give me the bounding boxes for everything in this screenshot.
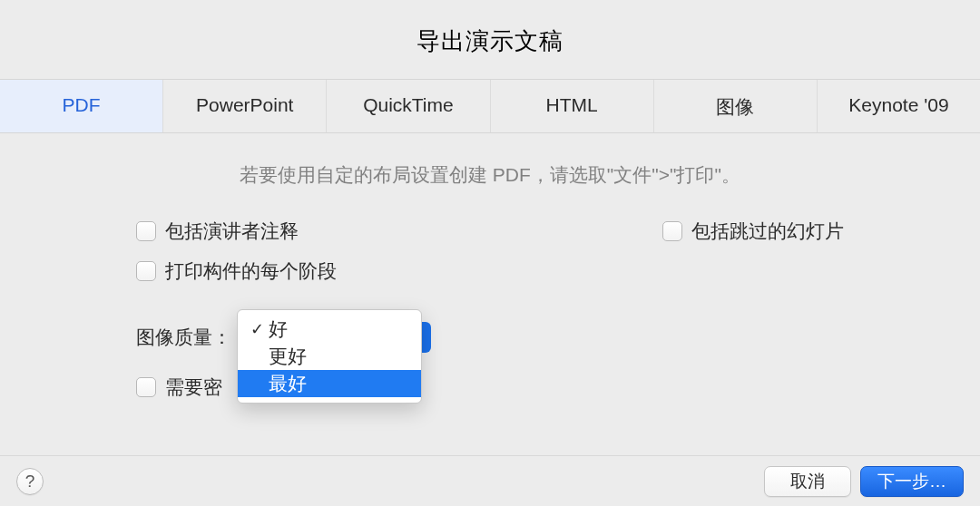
- label-require-password: 需要密: [165, 375, 222, 400]
- checkbox-presenter-notes[interactable]: [136, 221, 156, 241]
- options-col-left: 包括演讲者注释 打印构件的每个阶段: [136, 219, 337, 298]
- export-dialog: 导出演示文稿 PDF PowerPoint QuickTime HTML 图像 …: [0, 0, 980, 506]
- instruction-text: 若要使用自定的布局设置创建 PDF，请选取"文件">"打印"。: [54, 162, 926, 188]
- tab-quicktime[interactable]: QuickTime: [327, 80, 490, 132]
- next-button[interactable]: 下一步…: [860, 466, 964, 497]
- dropdown-item-label: 最好: [269, 371, 307, 396]
- dropdown-item-best[interactable]: 最好: [238, 370, 421, 397]
- tab-pdf[interactable]: PDF: [0, 80, 163, 132]
- tab-powerpoint[interactable]: PowerPoint: [163, 80, 327, 132]
- dialog-footer: ? 取消 下一步…: [0, 455, 980, 506]
- checkbox-print-stages[interactable]: [136, 261, 156, 281]
- options-col-right: 包括跳过的幻灯片: [662, 219, 844, 298]
- dropdown-item-good[interactable]: ✓ 好: [238, 316, 421, 343]
- format-tabs: PDF PowerPoint QuickTime HTML 图像 Keynote…: [0, 79, 980, 133]
- cancel-button[interactable]: 取消: [764, 466, 851, 497]
- dropdown-item-label: 好: [269, 316, 288, 342]
- image-quality-select[interactable]: ✓ 好 更好 最好: [237, 322, 431, 353]
- image-quality-dropdown: ✓ 好 更好 最好: [237, 309, 422, 404]
- checkmark-icon: ✓: [250, 319, 269, 339]
- image-quality-row: 图像质量： ✓ 好 更好 最好: [136, 322, 926, 353]
- label-print-stages: 打印构件的每个阶段: [165, 258, 337, 284]
- image-quality-label: 图像质量：: [136, 325, 231, 350]
- help-button[interactable]: ?: [16, 468, 44, 495]
- label-skipped-slides: 包括跳过的幻灯片: [691, 219, 844, 244]
- dropdown-item-label: 更好: [269, 344, 307, 369]
- tab-keynote09[interactable]: Keynote '09: [818, 80, 980, 132]
- checkbox-require-password[interactable]: [136, 377, 156, 397]
- dialog-body: 若要使用自定的布局设置创建 PDF，请选取"文件">"打印"。 包括演讲者注释 …: [0, 133, 980, 400]
- dropdown-item-better[interactable]: 更好: [238, 343, 421, 370]
- options-row: 包括演讲者注释 打印构件的每个阶段 包括跳过的幻灯片: [136, 219, 844, 298]
- dialog-title: 导出演示文稿: [0, 0, 980, 79]
- option-skipped-slides-row: 包括跳过的幻灯片: [662, 219, 844, 244]
- tab-html[interactable]: HTML: [491, 80, 654, 132]
- option-print-stages-row: 打印构件的每个阶段: [136, 258, 337, 284]
- label-presenter-notes: 包括演讲者注释: [165, 219, 299, 244]
- checkbox-skipped-slides[interactable]: [662, 221, 682, 241]
- tab-images[interactable]: 图像: [654, 80, 818, 132]
- option-presenter-notes-row: 包括演讲者注释: [136, 219, 337, 244]
